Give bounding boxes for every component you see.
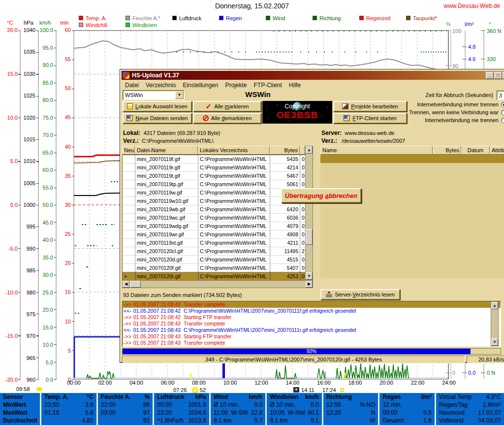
server-dir: Verz.: /dessauwetter/wswin/2007 — [321, 137, 405, 144]
column-header[interactable]: Neu — [122, 146, 135, 155]
radio-button[interactable] — [501, 118, 504, 123]
column-header[interactable]: Datei-Name — [135, 146, 198, 155]
scroll-thumb[interactable] — [306, 229, 313, 245]
tick-label: 100.0 — [39, 28, 53, 33]
time-tick: 02:00 — [94, 380, 116, 386]
humidity-tick: 0 — [452, 370, 455, 376]
menu-item[interactable]: Hilfe — [289, 82, 301, 89]
check-icon: ✓ — [206, 103, 212, 109]
scroll-right-icon[interactable]: ▶ — [306, 281, 313, 288]
tick-label: 980 — [21, 290, 35, 295]
read-local-button[interactable]: Lokale Auswahl lesen — [123, 101, 192, 112]
menu-item[interactable]: Verzeichnis — [146, 82, 176, 89]
disk-icon — [127, 103, 133, 109]
column-header[interactable]: Bytes — [270, 146, 300, 155]
column-header[interactable]: Datum — [461, 146, 490, 155]
tick-label: -5.0 — [2, 246, 18, 252]
scroll-thumb[interactable] — [130, 281, 141, 288]
table-row[interactable]: mini_20070120d.gif C:\Programme\WsWin\HT… — [123, 256, 313, 264]
server-table-header: Name Bytes Datum Attribute — [320, 146, 504, 155]
menu-item[interactable]: Projekte — [225, 82, 247, 89]
column-header[interactable]: Bytes — [433, 146, 461, 155]
radio-label: Trennen, wenn keine Verbindung war — [409, 109, 499, 115]
table-row[interactable]: mini_20070119wr.gif C:\Programme\WsWin\H… — [123, 230, 313, 239]
table-row[interactable]: mini_20070119f.gif C:\Programme\WsWin\HT… — [123, 155, 313, 163]
start-ftp-button[interactable]: FTP-Client starten — [333, 113, 407, 124]
radio-option[interactable]: Trennen, wenn keine Verbindung war — [408, 108, 504, 116]
send-new-button[interactable]: Neue Dateien senden — [123, 113, 192, 124]
table-row[interactable]: mini_20070119xt.gif C:\Programme\WsWin\H… — [123, 239, 313, 247]
scroll-up-icon[interactable]: ▲ — [491, 302, 498, 309]
mark-all-button[interactable]: ✓ Alle markieren — [193, 101, 261, 112]
cell-directory: C:\Programme\WsWin\HTML — [198, 197, 270, 205]
website-link[interactable]: www.Dessau-Web.de — [444, 2, 501, 9]
cancel-transfer-button[interactable]: Übertragung abbrechen — [281, 188, 361, 203]
radio-option[interactable]: Internetverbindung nie trennen — [408, 116, 504, 124]
read-server-button[interactable]: Server-Verzeichnis lesen — [320, 289, 400, 300]
menu-item[interactable]: Datei — [125, 82, 139, 89]
stats-sensor-column: Regenl/m² 12 min. 00:000.5 Gesamt:1.6 — [379, 393, 435, 425]
project-select[interactable]: WSWin ▼ — [123, 90, 185, 100]
sensor-name: Temp. A. — [44, 393, 68, 401]
server-table-body[interactable] — [320, 155, 504, 278]
tick-label: 95.0 — [39, 45, 53, 51]
dialog-titlebar[interactable]: HS-Upload V1.37 _ □ × — [122, 71, 504, 80]
table-row[interactable]: mini_20070120cl.gif C:\Programme\WsWin\H… — [123, 247, 313, 256]
table-row[interactable]: mini_20070119wb.gif C:\Programme\WsWin\H… — [123, 205, 313, 214]
log-entry[interactable]: ->>01.05.2007 21:08:42Starting FTP trans… — [123, 314, 501, 321]
radio-button[interactable] — [501, 102, 504, 107]
dialog-heading: WSWin — [209, 90, 307, 98]
log-text: C:\Programme\WsWin\HTML\2007\mini_200701… — [184, 308, 356, 314]
files-icon — [126, 115, 133, 121]
scroll-left-icon[interactable]: ◀ — [123, 281, 129, 288]
file-table-hscrollbar[interactable]: ◀ ▶ — [122, 280, 313, 288]
log-entry[interactable]: ->>01.05.2007 21:08:43Transfer complete — [123, 321, 501, 327]
log-entry[interactable]: <<-01.05.2007 21:08:43C:\Programme\WsWin… — [123, 327, 501, 333]
avg-value: 9.1 — [311, 417, 319, 425]
table-row[interactable]: mini_20070119wdg.gif C:\Programme\WsWin\… — [123, 222, 313, 230]
log-entry[interactable]: ->>01.05.2007 21:08:42Transfer complete — [123, 301, 501, 308]
table-row[interactable]: mini_20070119tp.gif C:\Programme\WsWin\H… — [123, 180, 313, 189]
column-header[interactable]: Lokales Verzeichnis — [198, 146, 270, 155]
sunset-icon — [340, 388, 344, 392]
timeout-input[interactable] — [497, 91, 504, 100]
cell-filename: mini_20070119t.gif — [135, 172, 198, 180]
log-entry[interactable]: ->>01.05.2007 21:08:43Starting FTP trans… — [123, 333, 501, 340]
scroll-down-icon[interactable]: ▼ — [491, 338, 498, 346]
server-file-table: Name Bytes Datum Attribute — [320, 146, 504, 278]
menu-item[interactable]: FTP-Client — [253, 82, 282, 89]
table-row[interactable]: mini_20070119t.gif C:\Programme\WsWin\HT… — [123, 172, 313, 180]
table-row[interactable]: mini_20070119wc.gif C:\Programme\WsWin\H… — [123, 214, 313, 222]
tick-label: 1035 — [21, 49, 35, 55]
table-row[interactable]: + mini_20070120r.gif C:\Programme\WsWin\… — [123, 272, 313, 281]
radio-button[interactable] — [501, 110, 504, 115]
file-table-scrollbar[interactable]: ▲ ▼ — [305, 146, 313, 280]
cell-directory: C:\Programme\WsWin\HTML — [198, 155, 270, 163]
menu-item[interactable]: Einstellungen — [183, 82, 218, 89]
legend-item: Windchill — [79, 22, 126, 28]
column-header[interactable]: Attribute — [490, 146, 504, 155]
min-value: 0.0 — [311, 401, 319, 409]
unmark-all-button[interactable]: Alle demarkieren — [193, 113, 261, 124]
cell-bytes: 5407 — [270, 264, 300, 272]
table-row[interactable]: mini_20070120f.gif C:\Programme\WsWin\HT… — [123, 264, 313, 272]
table-row[interactable]: mini_20070119r.gif C:\Programme\WsWin\HT… — [123, 163, 313, 172]
log-entry[interactable]: <<-01.05.2007 21:08:42C:\Programme\WsWin… — [123, 308, 501, 314]
timeout-label: Zeit für Abbruch (Sekunden) — [346, 92, 493, 98]
column-header[interactable]: Name — [320, 146, 433, 155]
log-entry[interactable]: ->>01.05.2007 21:08:43Transfer complete — [123, 340, 501, 346]
maximize-button[interactable]: □ — [494, 72, 502, 79]
tick-label: 10 — [61, 319, 71, 325]
tick-label: -15.0 — [2, 333, 18, 339]
scroll-down-icon[interactable]: ▼ — [306, 272, 313, 280]
cell-filename: mini_20070119xt.gif — [135, 239, 198, 247]
selected-empty-row[interactable] — [320, 155, 504, 163]
radio-option[interactable]: Internetverbindung immer trennen — [408, 100, 504, 108]
column-header[interactable] — [300, 146, 305, 155]
chevron-down-icon[interactable]: ▼ — [175, 91, 184, 99]
stats-sensor-column: Richtung 12:55N-NO 12:20N W — [323, 393, 378, 425]
minimize-button[interactable]: _ — [486, 72, 494, 79]
scroll-up-icon[interactable]: ▲ — [306, 146, 313, 154]
edit-projects-button[interactable]: Projekte bearbeiten — [333, 101, 407, 112]
log-scrollbar[interactable]: ▲ ▼ — [491, 301, 499, 346]
